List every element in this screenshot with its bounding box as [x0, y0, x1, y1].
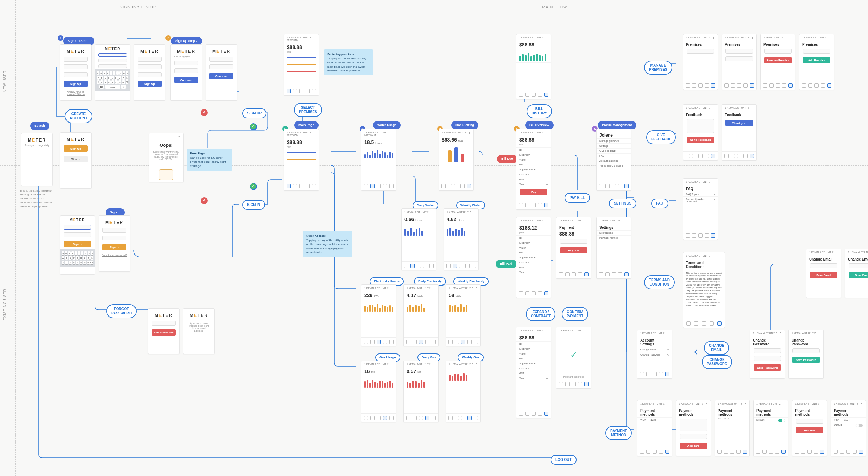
confirm-button[interactable]: Pay now: [560, 247, 587, 253]
continue-button[interactable]: Continue: [209, 73, 233, 79]
profile-item[interactable]: Give Feedback›: [597, 148, 631, 153]
remove-premise-button[interactable]: Remove Premise: [764, 57, 792, 63]
confirm-password-field[interactable]: [98, 64, 127, 68]
screen-premises-remove[interactable]: 1 KEMALA ST UNIT 2⋮ Premises Remove Prem…: [760, 34, 795, 90]
screen-main[interactable]: 1 KEMALA ST UNIT 2MITCHAM⋮ $88.88 due: [284, 129, 319, 191]
password-field[interactable]: [754, 348, 781, 353]
screen-faq[interactable]: 1 KEMALA ST UNIT 2⋮ FAQ FAQ Topics› Freq…: [683, 178, 718, 240]
screen-daily-gas[interactable]: 1 KEMALA ST UNIT 2⋮ 0.57 MJ: [403, 361, 439, 422]
save-email-button[interactable]: Save Email: [810, 272, 837, 278]
screen-change-email-a[interactable]: 1 KEMALA ST UNIT 2⋮ Change Email Save Em…: [806, 249, 841, 298]
close-icon[interactable]: ✕: [149, 133, 183, 140]
keyboard[interactable]: QWERTYUIOP ASDFGHJKL ⇧ZXCVBNM⌫: [60, 249, 95, 267]
water-spark[interactable]: [287, 56, 316, 60]
phone-field[interactable]: [174, 61, 198, 65]
password-confirm-field[interactable]: [754, 356, 781, 361]
screen-payment-a[interactable]: 1 KEMALA ST UNIT 2⋮ Payment methods VISA…: [637, 400, 672, 456]
phone-field[interactable]: [209, 57, 233, 62]
screen-account-settings[interactable]: 1 KEMALA ST UNIT 2⋮ Account Settings Cha…: [637, 330, 672, 379]
email-field[interactable]: [138, 57, 162, 62]
screen-signup2-b[interactable]: METER Continue: [206, 44, 237, 101]
gas-spark[interactable]: [287, 70, 316, 74]
screen-signin[interactable]: METER Sign In Forgot your password?: [99, 215, 130, 272]
screen-weekly-elec[interactable]: 1 KEMALA ST UNIT 2⋮ 58 kWh: [446, 284, 481, 346]
signup-button[interactable]: Sign Up: [64, 81, 88, 87]
screen-weekly-gas[interactable]: 1 KEMALA ST UNIT 2⋮: [446, 361, 481, 422]
save-email-button[interactable]: Save Email: [849, 272, 868, 278]
screen-water-usage[interactable]: 1 KEMALA ST UNIT 2MITCHAM⋮ 18.5 Litres: [361, 129, 396, 191]
password-field[interactable]: [138, 64, 162, 69]
premises-item[interactable]: [687, 49, 714, 54]
password-field[interactable]: [64, 232, 91, 237]
screen-feedback-sent[interactable]: 1 KEMALA ST UNIT 2⋮ Feedback Thank you: [722, 104, 757, 161]
visa-row[interactable]: VISA •••• 1234: [637, 417, 672, 422]
screen-confirm-payment[interactable]: 1 KEMALA ST UNIT 2⋮ ✓ Payment confirmed: [556, 327, 591, 389]
card-expiry-field[interactable]: [680, 434, 707, 439]
screen-splash[interactable]: METER Track your usage daily: [21, 133, 53, 186]
add-premise-button[interactable]: Add Premise: [803, 57, 830, 63]
screen-weekly-water[interactable]: 1 KEMALA ST UNIT 2⋮ 4.62 Litres: [444, 208, 479, 270]
email-field[interactable]: [152, 321, 176, 326]
screen-change-password-a[interactable]: 1 KEMALA ST UNIT 2⋮ Change Password Save…: [750, 330, 785, 379]
water-chart[interactable]: [361, 146, 396, 160]
pay-bill-button[interactable]: Pay: [520, 189, 547, 195]
change-password-row[interactable]: Change Password✎: [637, 352, 672, 357]
tab-bar[interactable]: [284, 182, 319, 190]
screen-daily-water[interactable]: 1 KEMALA ST UNIT 2⋮ 0.66 Litres: [401, 208, 436, 270]
tab-bar[interactable]: [361, 182, 396, 190]
screen-reset-request[interactable]: METER Send reset link: [148, 308, 180, 354]
change-email-row[interactable]: Change Email✎: [637, 347, 672, 352]
screen-daily-elec[interactable]: 1 KEMALA ST UNIT 2⋮ 4.17 kWh: [403, 284, 439, 346]
address-display[interactable]: 1 KEMALA ST UNIT 2MITCHAM: [364, 131, 389, 137]
premises-item[interactable]: [725, 56, 753, 61]
confirm-password-field[interactable]: [64, 72, 88, 77]
screen-settings[interactable]: 1 KEMALA ST UNIT 2⋮ Settings Notificatio…: [596, 217, 631, 279]
daily-elec-chart[interactable]: [404, 299, 438, 313]
keyboard[interactable]: QWERTYUIOP ASDFGHJKL ⇧ZXCVBNM⌫ 123space↵: [95, 69, 130, 91]
add-card-button[interactable]: Add card: [680, 443, 707, 449]
signup-button[interactable]: Sign Up: [138, 81, 162, 87]
toggle[interactable]: [856, 424, 863, 427]
screen-signup1-keyboard[interactable]: METER QWERTYUIOP ASDFGHJKL ⇧ZXCVBNM⌫ 123…: [95, 44, 130, 101]
weekly-elec-chart[interactable]: [446, 299, 480, 313]
card-number-field[interactable]: [680, 419, 707, 431]
water-card[interactable]: [287, 151, 316, 155]
tab-bar[interactable]: [284, 87, 319, 95]
screen-premises-a[interactable]: 1 KEMALA ST UNIT 2⋮ Premises: [683, 34, 718, 90]
signin-button[interactable]: Sign In: [64, 241, 91, 247]
email-field[interactable]: [64, 57, 88, 62]
card-field[interactable]: [560, 239, 587, 244]
elec-spark[interactable]: [287, 63, 316, 67]
default-toggle-row[interactable]: Default: [831, 422, 866, 428]
premises-item[interactable]: [764, 49, 792, 54]
daily-water-chart[interactable]: [402, 223, 436, 237]
profile-item[interactable]: Terms and Conditions›: [597, 163, 631, 168]
screen-reset-sent[interactable]: METER A password reset link has been sen…: [183, 308, 215, 354]
screen-bill-history[interactable]: 1 KEMALA ST UNIT 2⋮ $88.88: [516, 34, 551, 99]
screen-payment-c[interactable]: 1 KEMALA ST UNIT 2⋮ Payment methods Exp …: [715, 400, 750, 456]
address-field[interactable]: [174, 68, 198, 73]
screen-pay-bill[interactable]: 1 KEMALA ST UNIT 2⋮ Payment $88.88 Pay n…: [556, 217, 591, 279]
email-field[interactable]: [102, 228, 126, 233]
feedback-textarea[interactable]: [687, 119, 714, 133]
screen-error[interactable]: ✕ Oops! Something went wrong, we could n…: [149, 133, 184, 182]
bill-history-chart[interactable]: [516, 48, 551, 62]
screen-premises-b[interactable]: 1 KEMALA ST UNIT 2⋮ Premises: [722, 34, 757, 90]
email-field[interactable]: [64, 225, 91, 230]
screen-bill-expanded[interactable]: 1 KEMALA ST UNIT 2⋮ $88.88 Bill—Electric…: [516, 327, 551, 418]
continue-button[interactable]: Continue: [174, 77, 198, 83]
send-feedback-button[interactable]: Send Feedback: [687, 137, 714, 143]
screen-gas-usage[interactable]: 1 KEMALA ST UNIT 2⋮ 16 MJ: [361, 361, 396, 422]
daily-gas-chart[interactable]: [404, 375, 438, 389]
send-reset-button[interactable]: Send reset link: [152, 329, 176, 336]
menu-icon[interactable]: ⋮: [313, 38, 316, 40]
screen-payment-d[interactable]: 1 KEMALA ST UNIT 2⋮ Payment methods Defa…: [753, 400, 788, 456]
email-field[interactable]: [98, 53, 127, 57]
screen-change-email-b[interactable]: 1 KEMALA ST UNIT 2⋮ Change Email Save Em…: [845, 249, 868, 298]
faq-item[interactable]: FAQ Topics›: [683, 192, 718, 196]
remove-card-button[interactable]: Remove: [796, 427, 823, 433]
screen-payment-f[interactable]: 1 KEMALA ST UNIT 2⋮ Payment methods VISA…: [831, 400, 866, 456]
screen-profile[interactable]: Jolene Manage premises›Settings›Give Fee…: [596, 129, 631, 191]
address-display[interactable]: 1 KEMALA ST UNIT 2MITCHAM: [287, 131, 311, 137]
menu-icon[interactable]: ⋮: [313, 133, 316, 136]
